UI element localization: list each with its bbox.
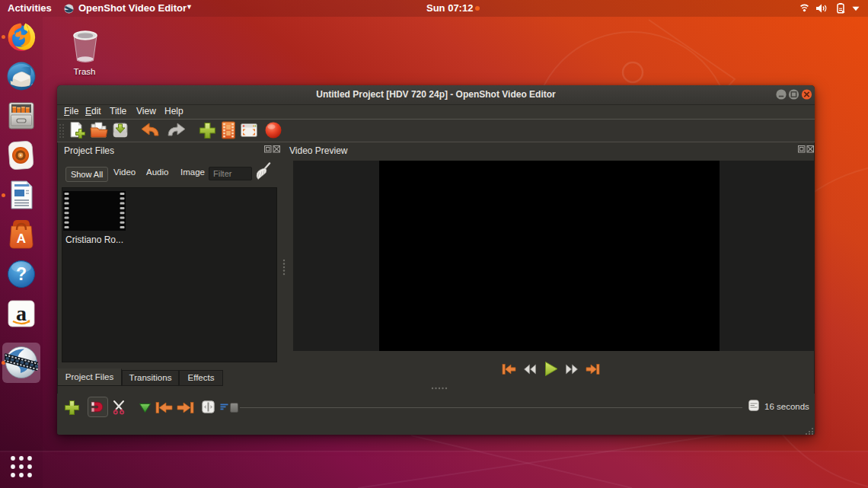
svg-text:A: A — [17, 231, 26, 246]
svg-text:?: ? — [16, 264, 27, 284]
svg-text:a: a — [16, 301, 27, 325]
